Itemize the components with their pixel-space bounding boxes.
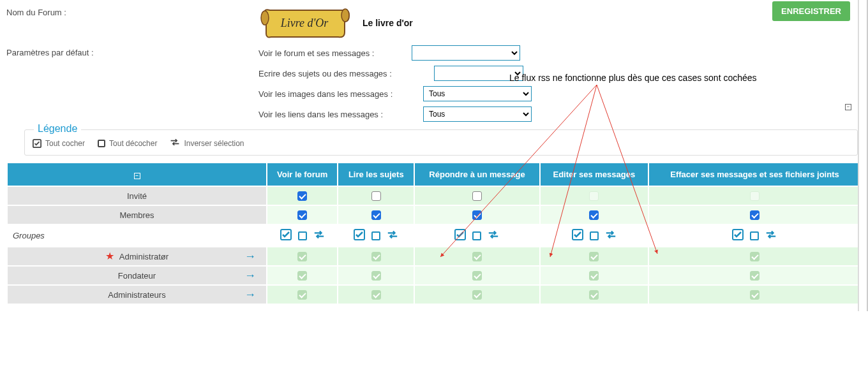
swap-icon — [170, 138, 180, 149]
cb-fondateur-editer — [589, 271, 599, 281]
group-uncheck-all-lire[interactable] — [371, 231, 380, 240]
group-uncheck-all-voir[interactable] — [298, 231, 307, 240]
cb-admin-effacer — [750, 252, 760, 261]
annotation-text: Le flux rss ne fonctionne plus dès que c… — [509, 73, 757, 83]
arrow-right-icon[interactable]: → — [244, 288, 256, 302]
forum-scroll-image: Livre d'Or — [258, 5, 351, 40]
cb-admin-lire — [371, 252, 381, 261]
group-check-all-effacer[interactable] — [732, 229, 744, 242]
cb-admins-lire — [371, 290, 381, 300]
group-uncheck-all-editer[interactable] — [590, 231, 599, 240]
param-write-label: Ecrire des sujets ou des messages : — [258, 69, 428, 78]
cb-invite-effacer — [750, 191, 760, 201]
legende-uncheck-all[interactable]: Tout décocher — [98, 139, 157, 148]
group-swap-lire[interactable] — [387, 229, 398, 242]
forum-name-label: Nom du Forum : — [6, 5, 258, 17]
arrow-right-icon[interactable]: → — [244, 250, 256, 263]
right-border-decor — [858, 0, 868, 311]
legende-title: Légende — [34, 123, 81, 135]
group-uncheck-all-repondre[interactable] — [472, 231, 481, 240]
cb-membres-lire[interactable] — [371, 210, 381, 220]
param-view-forum-select[interactable] — [412, 45, 520, 61]
group-swap-voir[interactable] — [313, 229, 325, 242]
col-header-lire: Lire les sujets — [338, 163, 414, 186]
permissions-table: − Voir le forum Lire les sujets Répondre… — [6, 162, 862, 305]
legende-uncheck-all-label: Tout décocher — [109, 139, 157, 148]
legende-invert-label: Inverser sélection — [184, 139, 244, 148]
col-header-collapse[interactable]: − — [8, 163, 266, 186]
cb-invite-voir[interactable] — [297, 191, 307, 201]
cb-membres-repondre[interactable] — [472, 210, 482, 220]
group-swap-effacer[interactable] — [765, 229, 777, 242]
star-icon: ★ — [105, 251, 114, 261]
cb-fondateur-effacer — [750, 271, 760, 281]
defaults-label: Paramètres par défaut : — [6, 45, 258, 57]
cb-admins-editer — [589, 290, 599, 300]
cb-admin-repondre — [472, 252, 482, 261]
param-images-label: Voir les images dans les messages : — [258, 89, 417, 99]
cb-membres-editer[interactable] — [589, 210, 599, 220]
cb-admins-effacer — [750, 290, 760, 300]
param-images-select[interactable]: Tous — [423, 86, 532, 101]
svg-point-1 — [341, 9, 349, 22]
cb-fondateur-repondre — [472, 271, 482, 281]
col-header-effacer: Effacer ses messages et ses fichiers joi… — [649, 163, 860, 186]
row-invite-label: Invité — [8, 187, 266, 205]
save-button[interactable]: ENREGISTRER — [772, 1, 850, 21]
cb-admins-voir — [297, 290, 307, 300]
col-header-editer: Editer ses messages — [541, 163, 648, 186]
group-uncheck-all-effacer[interactable] — [750, 231, 759, 240]
cb-admins-repondre — [472, 290, 482, 300]
row-fondateur-label: Fondateur — [118, 271, 156, 281]
row-groupes-label: Groupes — [8, 225, 266, 246]
cb-invite-editer — [589, 191, 599, 201]
svg-point-0 — [261, 11, 269, 25]
col-header-voir: Voir le forum — [267, 163, 337, 186]
legende-check-all[interactable]: Tout cocher — [33, 139, 85, 148]
legende-box: Légende Tout cocher Tout décocher Invers… — [24, 129, 858, 156]
legende-invert[interactable]: Inverser sélection — [170, 138, 244, 149]
cb-admin-voir — [297, 252, 307, 261]
cb-invite-repondre[interactable] — [472, 191, 482, 201]
cb-membres-voir[interactable] — [297, 210, 307, 220]
cb-invite-lire[interactable] — [371, 191, 381, 201]
param-links-select[interactable]: Tous — [423, 106, 532, 122]
row-membres-label: Membres — [8, 206, 266, 224]
cb-admin-editer — [589, 252, 599, 261]
col-header-repondre: Répondre à un message — [415, 163, 539, 186]
group-check-all-editer[interactable] — [572, 229, 583, 242]
row-administrator-label: Administratør — [119, 252, 168, 261]
uncheck-all-icon — [98, 140, 105, 147]
group-check-all-repondre[interactable] — [454, 229, 466, 242]
param-view-forum-label: Voir le forum et ses messages : — [258, 48, 405, 58]
param-links-label: Voir les liens dans les messages : — [258, 110, 417, 119]
forum-name-value: Le livre d'or — [363, 18, 413, 28]
group-swap-repondre[interactable] — [488, 229, 499, 242]
collapse-section-icon[interactable]: − — [845, 104, 851, 110]
check-all-icon — [33, 139, 41, 148]
group-check-all-lire[interactable] — [354, 229, 365, 242]
legende-check-all-label: Tout cocher — [45, 139, 85, 148]
cb-fondateur-lire — [371, 271, 381, 281]
row-administrateurs-label: Administrateurs — [108, 290, 165, 300]
arrow-right-icon[interactable]: → — [244, 269, 256, 282]
cb-fondateur-voir — [297, 271, 307, 281]
group-swap-editer[interactable] — [605, 229, 617, 242]
group-check-all-voir[interactable] — [280, 229, 292, 242]
svg-text:Livre d'Or: Livre d'Or — [280, 17, 329, 29]
cb-membres-effacer[interactable] — [750, 210, 760, 220]
